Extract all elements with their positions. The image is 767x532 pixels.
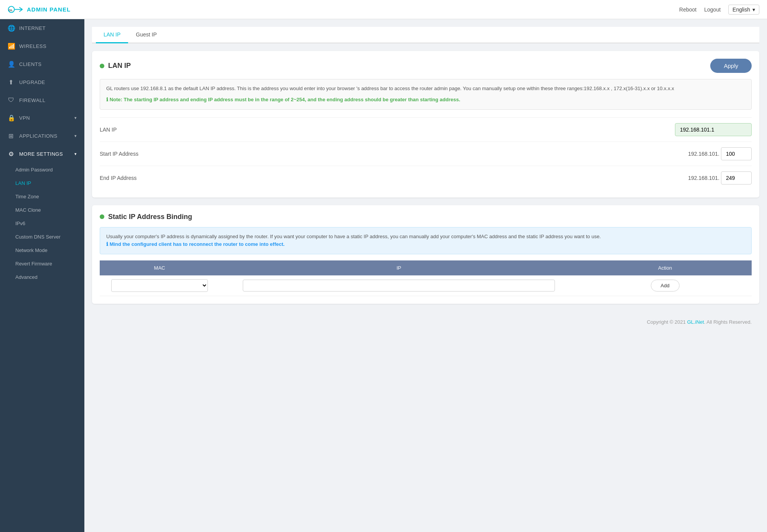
footer: Copyright © 2021 GL.iNet. All Rights Res…: [92, 311, 759, 333]
static-ip-table: MAC IP Action: [100, 260, 752, 296]
sidebar-subitem-mac-clone[interactable]: MAC Clone: [0, 203, 84, 217]
sidebar-item-applications-label: APPLICATIONS: [19, 133, 58, 139]
table-header-action: Action: [578, 260, 752, 275]
header-right: Reboot Logout English ▾: [679, 5, 759, 15]
add-button[interactable]: Add: [651, 280, 680, 292]
lan-ip-note: ℹ Note: The starting IP address and endi…: [106, 96, 745, 104]
sidebar-item-internet[interactable]: 🌐 INTERNET: [0, 19, 84, 37]
end-ip-row: End IP Address 192.168.101.: [100, 166, 752, 190]
network-mode-label: Network Mode: [15, 247, 48, 253]
end-ip-prefix: 192.168.101.: [688, 175, 719, 181]
lan-ip-card: LAN IP Apply GL routers use 192.168.8.1 …: [92, 51, 759, 198]
applications-icon: ⊞: [8, 132, 15, 140]
lan-ip-label: LAN IP: [15, 180, 31, 186]
tabs-bar: LAN IP Guest IP: [92, 27, 759, 43]
static-ip-status-dot: [100, 214, 104, 219]
sidebar: 🌐 INTERNET 📶 WIRELESS 👤 CLIENTS ⬆ UPGRAD…: [0, 19, 84, 532]
time-zone-label: Time Zone: [15, 194, 39, 199]
start-ip-label: Start IP Address: [100, 151, 176, 157]
info-icon: ℹ: [106, 97, 108, 102]
ipv6-label: IPv6: [15, 221, 25, 226]
table-header-ip: IP: [219, 260, 578, 275]
action-cell: Add: [578, 275, 752, 296]
custom-dns-label: Custom DNS Server: [15, 234, 61, 240]
advanced-label: Advanced: [15, 274, 38, 280]
glinet-link[interactable]: GL.iNet: [687, 319, 704, 325]
lan-ip-row: LAN IP: [100, 117, 752, 142]
layout: 🌐 INTERNET 📶 WIRELESS 👤 CLIENTS ⬆ UPGRAD…: [0, 19, 767, 532]
settings-icon: ⚙: [8, 150, 15, 158]
sidebar-item-upgrade-label: UPGRADE: [19, 79, 45, 85]
ip-cell: [219, 275, 578, 296]
sidebar-item-vpn[interactable]: 🔒 VPN ▾: [0, 109, 84, 127]
sidebar-subitem-time-zone[interactable]: Time Zone: [0, 190, 84, 203]
lan-ip-input-group: [675, 123, 752, 136]
start-ip-prefix: 192.168.101.: [688, 151, 719, 157]
vpn-icon: 🔒: [8, 114, 15, 122]
sidebar-subitem-revert-firmware[interactable]: Revert Firmware: [0, 257, 84, 270]
sidebar-subitem-lan-ip[interactable]: LAN IP: [0, 176, 84, 190]
sidebar-item-vpn-label: VPN: [19, 115, 30, 121]
chevron-down-icon: ▾: [752, 7, 755, 13]
upgrade-icon: ⬆: [8, 79, 15, 86]
sidebar-item-clients[interactable]: 👤 CLIENTS: [0, 55, 84, 73]
clients-icon: 👤: [8, 61, 15, 68]
static-ip-note: ℹ Mind the configured client has to reco…: [106, 240, 745, 249]
reboot-button[interactable]: Reboot: [679, 7, 696, 13]
table-header-mac: MAC: [100, 260, 219, 275]
internet-icon: 🌐: [8, 25, 15, 32]
sidebar-subitem-network-mode[interactable]: Network Mode: [0, 244, 84, 257]
logo: GL ADMIN PANEL: [8, 4, 71, 15]
static-ip-card-header: Static IP Address Binding: [100, 213, 752, 221]
glinet-logo-icon: GL: [8, 4, 23, 15]
lan-ip-card-header: LAN IP Apply: [100, 59, 752, 73]
more-settings-arrow-icon: ▾: [74, 152, 77, 156]
mac-select[interactable]: [111, 279, 208, 292]
ip-field[interactable]: [243, 280, 555, 292]
table-row: Add: [100, 275, 752, 296]
tab-lan-ip-label: LAN IP: [104, 31, 120, 38]
lan-ip-info-text: GL routers use 192.168.8.1 as the defaul…: [106, 86, 674, 91]
sidebar-item-upgrade[interactable]: ⬆ UPGRADE: [0, 73, 84, 91]
language-selector[interactable]: English ▾: [728, 5, 759, 15]
sidebar-item-more-settings-label: MORE SETTINGS: [19, 151, 63, 157]
admin-password-label: Admin Password: [15, 167, 53, 173]
start-ip-input[interactable]: [721, 147, 752, 160]
sidebar-item-firewall[interactable]: 🛡 FIREWALL: [0, 91, 84, 109]
firewall-icon: 🛡: [8, 97, 15, 104]
lan-ip-card-title: LAN IP: [100, 62, 131, 70]
start-ip-input-group: 192.168.101.: [688, 147, 752, 160]
lan-ip-input[interactable]: [675, 123, 752, 136]
vpn-arrow-icon: ▾: [74, 115, 77, 120]
sidebar-subitem-admin-password[interactable]: Admin Password: [0, 163, 84, 176]
applications-arrow-icon: ▾: [74, 133, 77, 138]
sidebar-item-internet-label: INTERNET: [19, 25, 46, 31]
main-content: LAN IP Guest IP LAN IP Apply GL routers …: [84, 19, 767, 532]
tab-lan-ip[interactable]: LAN IP: [96, 27, 128, 43]
end-ip-input[interactable]: [721, 171, 752, 184]
apply-button[interactable]: Apply: [710, 59, 752, 73]
sidebar-item-applications[interactable]: ⊞ APPLICATIONS ▾: [0, 127, 84, 145]
sidebar-subitem-advanced[interactable]: Advanced: [0, 270, 84, 284]
language-label: English: [732, 7, 750, 13]
tab-guest-ip-label: Guest IP: [136, 31, 156, 38]
sidebar-item-more-settings[interactable]: ⚙ MORE SETTINGS ▾: [0, 145, 84, 163]
admin-panel-label: ADMIN PANEL: [27, 6, 71, 13]
lan-ip-note-text: Note: The starting IP address and ending…: [110, 97, 460, 102]
sidebar-item-wireless[interactable]: 📶 WIRELESS: [0, 37, 84, 55]
static-ip-card: Static IP Address Binding Usually your c…: [92, 205, 759, 304]
tab-guest-ip[interactable]: Guest IP: [128, 27, 164, 43]
sidebar-item-firewall-label: FIREWALL: [19, 97, 46, 103]
status-dot: [100, 64, 104, 68]
end-ip-input-group: 192.168.101.: [688, 171, 752, 184]
sidebar-subitem-custom-dns[interactable]: Custom DNS Server: [0, 230, 84, 244]
sidebar-subitem-ipv6[interactable]: IPv6: [0, 217, 84, 230]
sidebar-item-clients-label: CLIENTS: [19, 61, 41, 67]
end-ip-label: End IP Address: [100, 175, 176, 181]
logout-button[interactable]: Logout: [704, 7, 721, 13]
static-ip-info-text: Usually your computer's IP address is dy…: [106, 234, 601, 239]
mac-clone-label: MAC Clone: [15, 207, 41, 213]
static-ip-card-title: Static IP Address Binding: [100, 213, 192, 221]
header: GL ADMIN PANEL Reboot Logout English ▾: [0, 0, 767, 19]
sidebar-item-wireless-label: WIRELESS: [19, 43, 46, 49]
